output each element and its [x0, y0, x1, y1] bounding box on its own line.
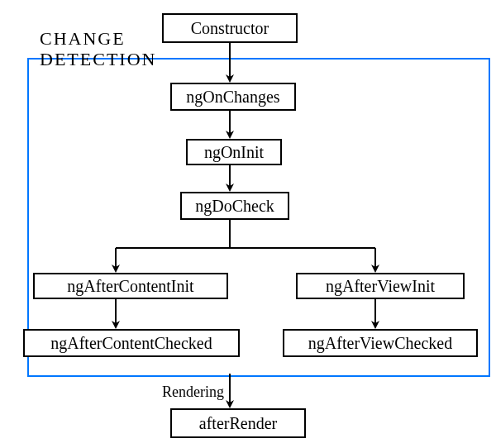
edges-layer	[0, 0, 496, 448]
diagram-canvas: { "region_label": "CHANGE\nDETECTION", "…	[0, 0, 496, 448]
